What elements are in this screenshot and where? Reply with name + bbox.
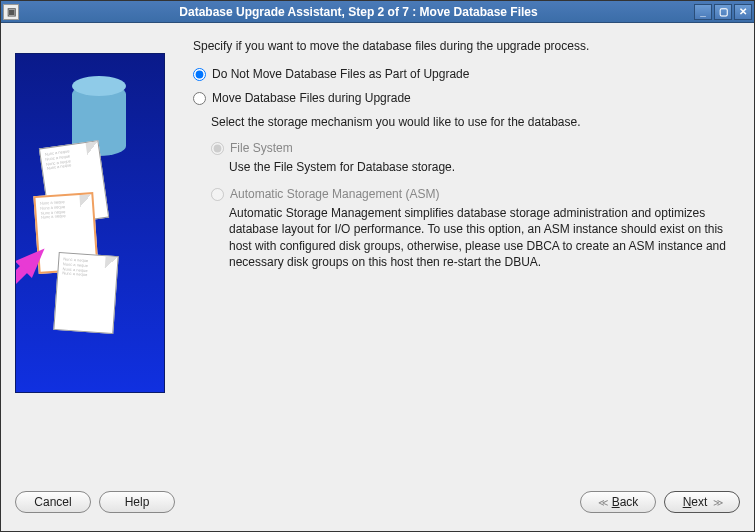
content-area: Nunc a nequeNunc a nequeNunc a nequeNunc…	[1, 23, 754, 483]
help-label: Help	[125, 495, 150, 509]
next-label: Next	[683, 495, 708, 509]
cancel-button[interactable]: Cancel	[15, 491, 91, 513]
option-asm[interactable]: Automatic Storage Management (ASM)	[211, 187, 740, 201]
main-panel: Specify if you want to move the database…	[165, 35, 740, 473]
close-button[interactable]: ✕	[734, 4, 752, 20]
radio-no-move[interactable]	[193, 68, 206, 81]
option-move[interactable]: Move Database Files during Upgrade	[193, 91, 740, 105]
instruction-text: Specify if you want to move the database…	[193, 39, 740, 53]
option-no-move[interactable]: Do Not Move Database Files as Part of Up…	[193, 67, 740, 81]
option-no-move-label: Do Not Move Database Files as Part of Up…	[212, 67, 469, 81]
storage-intro-text: Select the storage mechanism you would l…	[211, 115, 740, 129]
window-title: Database Upgrade Assistant, Step 2 of 7 …	[23, 5, 694, 19]
filesystem-label: File System	[230, 141, 293, 155]
button-group-left: Cancel Help	[15, 491, 175, 513]
window-controls: _ ▢ ✕	[694, 4, 752, 20]
back-label: Back	[612, 495, 639, 509]
titlebar: ▣ Database Upgrade Assistant, Step 2 of …	[1, 1, 754, 23]
radio-filesystem[interactable]	[211, 142, 224, 155]
cancel-label: Cancel	[34, 495, 71, 509]
help-button[interactable]: Help	[99, 491, 175, 513]
filesystem-description: Use the File System for Database storage…	[229, 159, 740, 175]
maximize-button[interactable]: ▢	[714, 4, 732, 20]
radio-move[interactable]	[193, 92, 206, 105]
page-icon: Nunc a nequeNunc a nequeNunc a nequeNunc…	[53, 252, 118, 334]
window-frame: ▣ Database Upgrade Assistant, Step 2 of …	[0, 0, 755, 532]
option-move-label: Move Database Files during Upgrade	[212, 91, 411, 105]
storage-options: File System Use the File System for Data…	[211, 141, 740, 270]
chevron-left-icon: ≪	[598, 497, 606, 508]
radio-asm[interactable]	[211, 188, 224, 201]
app-icon: ▣	[3, 4, 19, 20]
asm-description: Automatic Storage Management simplifies …	[229, 205, 740, 270]
back-button[interactable]: ≪ Back	[580, 491, 656, 513]
button-bar: Cancel Help ≪ Back Next ≫	[1, 483, 754, 531]
minimize-button[interactable]: _	[694, 4, 712, 20]
asm-label: Automatic Storage Management (ASM)	[230, 187, 439, 201]
wizard-illustration: Nunc a nequeNunc a nequeNunc a nequeNunc…	[15, 53, 165, 393]
button-group-right: ≪ Back Next ≫	[580, 491, 740, 513]
next-button[interactable]: Next ≫	[664, 491, 740, 513]
chevron-right-icon: ≫	[713, 497, 721, 508]
option-filesystem[interactable]: File System	[211, 141, 740, 155]
